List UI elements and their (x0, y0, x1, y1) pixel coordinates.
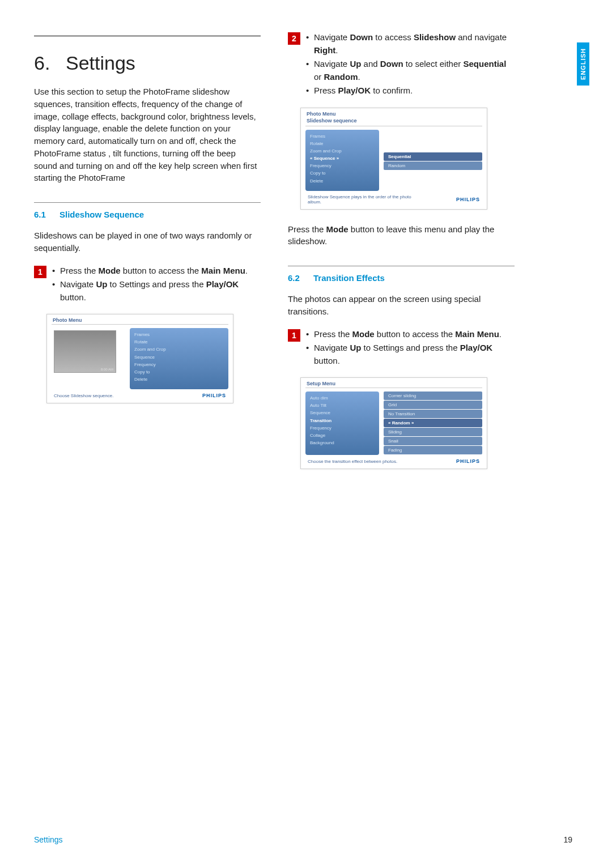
step-badge-1: 1 (288, 329, 300, 342)
section-6-1-heading: 6.1Slideshow Sequence (34, 210, 261, 219)
screenshot-photo-menu-1: Photo Menu Frames Rotate Zoom and Crop S… (46, 314, 233, 403)
ss-footer-text: Slideshow Sequence plays in the order of… (308, 194, 421, 205)
list-item: Frames (310, 133, 375, 139)
step-2-bullet-3: Press Play/OK to confirm. (306, 84, 515, 97)
ss-title: Photo Menu (301, 108, 487, 118)
list-item: Delete (134, 376, 224, 382)
ss-left-menu: Auto dim Auto Tilt Sequence Transition F… (305, 392, 379, 455)
ss-subtitle: Slideshow sequence (301, 118, 487, 126)
option: Random (384, 161, 482, 170)
option: Fading (384, 446, 482, 454)
language-tab: ENGLISH (577, 42, 589, 86)
step-2-bullet-2: Navigate Up and Down to select either Se… (306, 58, 515, 83)
option: Corner sliding (384, 392, 482, 400)
option: No Transition (384, 410, 482, 418)
chapter-title: Settings (66, 52, 135, 74)
left-column: 6.Settings Use this section to setup the… (34, 31, 261, 475)
step-1-bullet-1: Press the Mode button to access the Main… (52, 265, 261, 278)
list-item: Rotate (134, 339, 224, 345)
ss-menu-list: Frames Rotate Zoom and Crop Sequence Fre… (130, 328, 228, 389)
page-number: 19 (563, 835, 572, 844)
ss-footer-text: Choose Slideshow sequence. (54, 393, 113, 398)
philips-logo: PHILIPS (456, 458, 480, 464)
chapter-number: 6. (34, 52, 66, 74)
list-item: Copy to (134, 369, 224, 375)
page-footer: Settings 19 (34, 835, 572, 844)
footer-section-label: Settings (34, 835, 63, 844)
list-item: Rotate (310, 141, 375, 147)
list-item: Auto dim (310, 395, 375, 401)
step-1-bullet-2: Navigate Up to Settings and press the Pl… (52, 278, 261, 304)
photo-thumbnail (54, 330, 116, 373)
s62-step-1-bullet-1: Press the Mode button to access the Main… (306, 328, 515, 341)
section-6-2-heading: 6.2Transition Effects (288, 273, 515, 283)
list-item: Frequency (310, 425, 375, 431)
list-item: Frequency (310, 163, 375, 169)
list-item: Sequence (134, 354, 224, 360)
list-item-selected: Transition (310, 418, 375, 424)
step-2: 2 Navigate Down to access Slideshow and … (288, 31, 515, 99)
list-item: Zoom and Crop (310, 148, 375, 154)
option: Snail (384, 437, 482, 445)
option: Sliding (384, 428, 482, 436)
step-1-s62: 1 Press the Mode button to access the Ma… (288, 328, 515, 369)
list-item: Frames (134, 331, 224, 338)
option-selected: « Random » (384, 419, 482, 427)
ss-right-options: Sequential Random (384, 130, 482, 191)
list-item: Copy to (310, 170, 375, 176)
s62-step-1-bullet-2: Navigate Up to Settings and press the Pl… (306, 342, 515, 367)
list-item-selected: « Sequence » (310, 155, 375, 161)
philips-logo: PHILIPS (456, 197, 480, 202)
step-badge-1: 1 (34, 266, 46, 278)
list-item: Auto Tilt (310, 402, 375, 409)
screenshot-slideshow-sequence: Photo Menu Slideshow sequence Frames Rot… (300, 108, 487, 210)
step-badge-2: 2 (288, 32, 300, 45)
screenshot-setup-menu-transition: Setup Menu Auto dim Auto Tilt Sequence T… (300, 377, 487, 469)
chapter-heading: 6.Settings (34, 52, 261, 74)
list-item: Background (310, 440, 375, 446)
section-6-2-intro: The photos can appear on the screen usin… (288, 293, 515, 318)
press-mode-text: Press the Mode button to leave this menu… (288, 223, 515, 248)
philips-logo: PHILIPS (202, 393, 226, 398)
option-selected: Sequential (384, 152, 482, 161)
list-item: Collage (310, 432, 375, 439)
ss-title: Setup Menu (301, 378, 487, 388)
section-6-1-intro: Slideshows can be played in one of two w… (34, 229, 261, 254)
ss-title: Photo Menu (47, 314, 233, 324)
ss-right-options: Corner sliding Grid No Transition « Rand… (384, 392, 482, 455)
step-1: 1 Press the Mode button to access the Ma… (34, 265, 261, 305)
intro-paragraph: Use this section to setup the PhotoFrame… (34, 86, 261, 184)
right-column: 2 Navigate Down to access Slideshow and … (288, 31, 515, 475)
list-item: Zoom and Crop (134, 346, 224, 352)
list-item: Sequence (310, 410, 375, 416)
step-2-bullet-1: Navigate Down to access Slideshow and na… (306, 31, 515, 57)
ss-left-menu: Frames Rotate Zoom and Crop « Sequence »… (305, 130, 379, 191)
option: Grid (384, 401, 482, 409)
ss-thumb-area (52, 328, 125, 389)
list-item: Delete (310, 178, 375, 184)
ss-footer-text: Choose the transition effect between pho… (308, 459, 397, 464)
list-item: Frequency (134, 361, 224, 368)
